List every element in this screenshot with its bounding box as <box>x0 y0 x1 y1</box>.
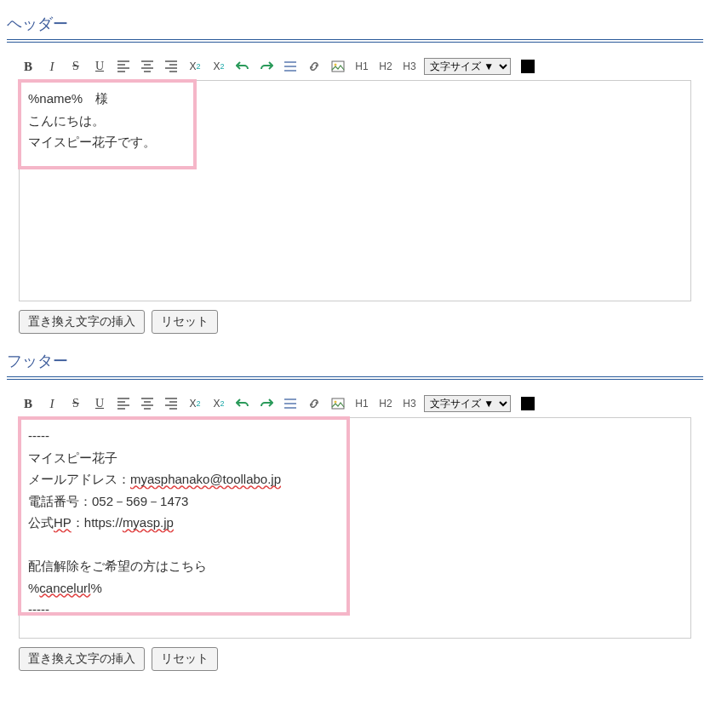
strike-button[interactable]: S <box>66 58 85 75</box>
align-right-button[interactable] <box>162 395 180 412</box>
h2-button[interactable]: H2 <box>376 395 395 412</box>
footer-dash1: ----- <box>28 425 682 447</box>
footer-toolbar: B I S U X2 X2 H1 H2 H3 文字サイズ ▼ <box>19 393 691 417</box>
footer-line1: マイスピー花子 <box>28 447 682 469</box>
header-line2: こんにちは。 <box>28 110 682 132</box>
footer-line4-hp: HP <box>54 515 72 530</box>
footer-editor: B I S U X2 X2 H1 H2 H3 文字サイズ ▼ ----- マイス… <box>19 393 691 639</box>
underline-button[interactable]: U <box>90 58 109 75</box>
svg-rect-0 <box>332 61 344 72</box>
header-divider <box>7 39 703 43</box>
subscript-button[interactable]: X2 <box>186 395 204 412</box>
image-button[interactable] <box>329 395 347 412</box>
strike-button[interactable]: S <box>66 395 85 412</box>
footer-line3: 電話番号：052－569－1473 <box>28 490 682 513</box>
underline-button[interactable]: U <box>90 395 109 412</box>
italic-button[interactable]: I <box>43 58 61 75</box>
svg-rect-2 <box>332 398 344 409</box>
align-right-button[interactable] <box>162 58 180 75</box>
font-size-select[interactable]: 文字サイズ ▼ <box>424 395 511 412</box>
h1-button[interactable]: H1 <box>352 395 371 412</box>
superscript-x: X <box>213 398 220 410</box>
font-size-select[interactable]: 文字サイズ ▼ <box>424 58 511 75</box>
footer-line6-mid: cancelurl <box>39 581 90 595</box>
header-line3: マイスピー花子です。 <box>28 131 682 153</box>
h3-button[interactable]: H3 <box>400 58 419 75</box>
footer-line4-dom: myasp.jp <box>123 515 174 530</box>
footer-divider <box>7 376 703 380</box>
superscript-2: 2 <box>220 399 225 408</box>
h1-button[interactable]: H1 <box>352 58 371 75</box>
insert-replace-button[interactable]: 置き換え文字の挿入 <box>19 647 145 671</box>
align-center-button[interactable] <box>138 58 157 75</box>
link-button[interactable] <box>305 395 324 412</box>
header-button-row: 置き換え文字の挿入 リセット <box>19 310 691 334</box>
align-center-button[interactable] <box>138 395 157 412</box>
hr-button[interactable] <box>281 58 300 75</box>
subscript-x: X <box>189 60 196 72</box>
redo-button[interactable] <box>257 58 276 75</box>
superscript-2: 2 <box>220 62 225 71</box>
footer-line2-pre: メールアドレス： <box>28 472 130 486</box>
footer-line5: 配信解除をご希望の方はこちら <box>28 555 682 577</box>
align-left-button[interactable] <box>114 58 133 75</box>
header-editor: B I S U X2 X2 H1 H2 H3 文字サイズ ▼ %name% 様 … <box>19 56 691 301</box>
superscript-x: X <box>213 60 220 72</box>
link-button[interactable] <box>305 58 324 75</box>
undo-button[interactable] <box>233 58 252 75</box>
redo-button[interactable] <box>257 395 276 412</box>
superscript-button[interactable]: X2 <box>209 395 228 412</box>
bold-button[interactable]: B <box>19 58 37 75</box>
footer-dash2: ----- <box>28 599 682 621</box>
footer-line6: %cancelurl% <box>28 577 682 599</box>
undo-button[interactable] <box>233 395 252 412</box>
bold-button[interactable]: B <box>19 395 37 412</box>
footer-button-row: 置き換え文字の挿入 リセット <box>19 647 691 671</box>
color-picker[interactable] <box>521 60 535 73</box>
subscript-x: X <box>189 398 196 410</box>
color-picker[interactable] <box>521 397 535 410</box>
footer-textarea[interactable]: ----- マイスピー花子 メールアドレス：myasphanako@toolla… <box>19 417 691 639</box>
header-section-title: ヘッダー <box>7 14 703 34</box>
header-textarea[interactable]: %name% 様 こんにちは。 マイスピー花子です。 <box>19 80 691 301</box>
superscript-button[interactable]: X2 <box>209 58 228 75</box>
footer-line6-post: % <box>90 581 101 595</box>
footer-section-title: フッター <box>7 351 703 371</box>
subscript-2: 2 <box>197 399 201 408</box>
footer-line6-pre: % <box>28 581 39 595</box>
hr-button[interactable] <box>281 395 300 412</box>
svg-point-1 <box>335 64 337 66</box>
footer-line2-mail: myasphanako@toollabo.jp <box>130 472 281 486</box>
italic-button[interactable]: I <box>43 395 61 412</box>
footer-line4-pre: 公式 <box>28 515 54 530</box>
image-button[interactable] <box>329 58 347 75</box>
footer-line4: 公式HP：https://myasp.jp <box>28 512 682 534</box>
subscript-button[interactable]: X2 <box>186 58 204 75</box>
header-toolbar: B I S U X2 X2 H1 H2 H3 文字サイズ ▼ <box>19 56 691 80</box>
footer-line2: メールアドレス：myasphanako@toollabo.jp <box>28 468 682 490</box>
footer-line4-mid: ：https:// <box>72 515 123 530</box>
insert-replace-button[interactable]: 置き換え文字の挿入 <box>19 310 145 334</box>
reset-button[interactable]: リセット <box>152 310 218 334</box>
h3-button[interactable]: H3 <box>400 395 419 412</box>
reset-button[interactable]: リセット <box>152 647 218 671</box>
h2-button[interactable]: H2 <box>376 58 395 75</box>
svg-point-3 <box>335 401 337 404</box>
align-left-button[interactable] <box>114 395 133 412</box>
header-line1: %name% 様 <box>28 88 682 110</box>
subscript-2: 2 <box>197 62 201 71</box>
